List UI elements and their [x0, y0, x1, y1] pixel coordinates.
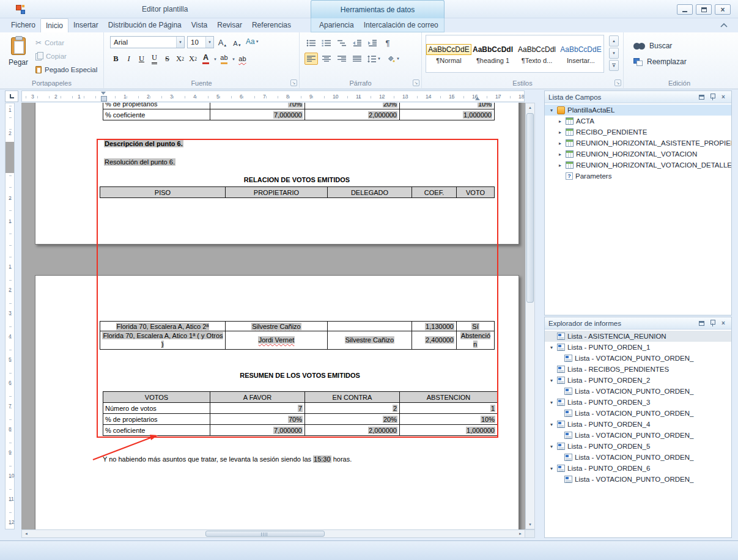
tree-item-table[interactable]: ▸REUNION_HORIZONTAL_VOTACION — [545, 149, 731, 160]
merge-field[interactable]: Silvestre Cañizo — [251, 323, 301, 330]
font-color-button[interactable]: A — [200, 53, 212, 65]
tab-revisar[interactable]: Revisar — [212, 18, 247, 32]
tree-item-list-child[interactable]: Lista - VOTACION_PUNTO_ORDEN_ — [545, 353, 731, 364]
scroll-down-icon[interactable]: ▼ — [526, 520, 534, 529]
styles-dialog-launcher[interactable]: ↘ — [614, 79, 621, 86]
multilevel-list-button[interactable] — [335, 37, 349, 49]
align-left-button[interactable] — [304, 53, 318, 65]
chevron-down-icon[interactable]: ▼ — [232, 57, 235, 61]
tree-item-list-child[interactable]: Lista - VOTACION_PUNTO_ORDEN_ — [545, 408, 731, 419]
tab-fichero[interactable]: Fichero — [6, 18, 40, 32]
style-card-texto[interactable]: AaBbCcDdl¶Texto d... — [515, 44, 558, 64]
tree-item-list[interactable]: ▾Lista - PUNTO_ORDEN_2 — [545, 375, 731, 386]
float-panel-button[interactable] — [697, 93, 706, 101]
merge-field[interactable]: 1 — [490, 405, 495, 412]
grow-font-button[interactable]: A▲ — [216, 36, 229, 48]
merge-field[interactable]: 7,000000 — [273, 427, 303, 434]
pin-panel-button[interactable] — [708, 319, 717, 327]
tab-apariencia[interactable]: Apariencia — [314, 18, 359, 32]
restore-button[interactable] — [696, 4, 712, 15]
shrink-font-button[interactable]: A▼ — [231, 36, 243, 48]
tree-item-list-child[interactable]: Lista - VOTACION_PUNTO_ORDEN_ — [545, 430, 731, 441]
chevron-down-icon[interactable]: ▾ — [548, 466, 555, 471]
scroll-right-icon[interactable]: ► — [516, 530, 525, 537]
replace-button[interactable]: Reemplazar — [633, 56, 687, 68]
merge-field[interactable]: Florida 70, Escalera A, Atico 2ª — [116, 323, 210, 330]
pin-panel-button[interactable] — [708, 93, 717, 101]
merge-field[interactable]: 1,000000 — [466, 427, 495, 434]
chevron-down-icon[interactable]: ▾ — [548, 345, 555, 350]
tree-item-parameters[interactable]: ?Parameters — [545, 171, 731, 182]
horizontal-scroll-thumb[interactable] — [205, 531, 325, 537]
double-underline-button[interactable]: U — [149, 53, 160, 65]
superscript-button[interactable]: X2 — [174, 53, 186, 65]
tree-item-list[interactable]: Lista - ASISTENCIA_REUNION — [545, 331, 731, 342]
merge-field[interactable]: 20% — [383, 416, 397, 423]
style-card-insertar[interactable]: AaBbCcDdEInsertar... — [559, 44, 602, 64]
subscript-button[interactable]: X2 — [187, 53, 199, 65]
merge-field[interactable]: 1,130000 — [425, 323, 454, 330]
merge-field[interactable]: 7,000000 — [273, 111, 303, 119]
tree-item-table[interactable]: ▸REUNION_HORIZONTAL_VOTACION_DETALLE — [545, 160, 731, 171]
line-spacing-button[interactable]: ▼ — [366, 53, 383, 65]
merge-field[interactable]: Silvestre Cañizo — [345, 336, 394, 344]
gallery-up-button[interactable]: ▲ — [609, 35, 619, 46]
horizontal-scrollbar[interactable]: ◄ ► — [21, 529, 525, 538]
clear-formatting-button[interactable]: ab — [237, 53, 248, 65]
strikethrough-button[interactable]: S — [161, 53, 173, 65]
show-marks-button[interactable]: ¶ — [381, 37, 394, 49]
chevron-right-icon[interactable]: ▸ — [557, 141, 563, 146]
vertical-ruler[interactable]: 1221123456789101112 — [5, 103, 15, 529]
chevron-down-icon[interactable]: ▾ — [548, 400, 555, 405]
tree-item-table[interactable]: ▸ACTA — [545, 116, 731, 127]
merge-field[interactable]: 2,400000 — [425, 336, 454, 344]
bullet-list-button[interactable] — [304, 37, 318, 49]
style-card-heading1[interactable]: AaBbCcDdl¶heading 1 — [471, 44, 514, 64]
tree-item-list[interactable]: ▾Lista - PUNTO_ORDEN_4 — [545, 419, 731, 430]
italic-button[interactable]: I — [123, 53, 135, 65]
chevron-down-icon[interactable]: ▾ — [548, 444, 555, 449]
style-card-normal[interactable]: AaBbCcDdE¶Normal — [427, 44, 470, 64]
tab-insertar[interactable]: Insertar — [68, 18, 103, 32]
decrease-indent-button[interactable] — [350, 37, 364, 49]
merge-field[interactable]: 10% — [481, 416, 495, 423]
close-button[interactable]: × — [715, 4, 731, 15]
merge-field[interactable]: 2 — [393, 405, 397, 412]
tree-item-table[interactable]: ▸RECIBO_PENDIENTE — [545, 127, 731, 138]
tab-stop-selector[interactable] — [5, 90, 18, 102]
tab-intercalacion[interactable]: Intercalación de correo — [359, 18, 443, 32]
tree-item-table[interactable]: ▸REUNION_HORIZONTAL_ASISTENTE_PROPIEDAD — [545, 138, 731, 149]
copy-button[interactable]: Copiar — [35, 50, 97, 62]
gallery-more-button[interactable]: ▼ — [609, 60, 619, 71]
time-field[interactable]: 15:30 — [313, 455, 331, 463]
collapse-ribbon-icon[interactable] — [720, 22, 728, 29]
horizontal-ruler[interactable]: 321123456789101112131415161718 — [21, 90, 525, 102]
increase-indent-button[interactable] — [366, 37, 379, 49]
tree-item-list[interactable]: ▾Lista - PUNTO_ORDEN_3 — [545, 397, 731, 408]
cut-button[interactable]: ✂Cortar — [35, 37, 97, 48]
close-panel-button[interactable]: × — [719, 319, 728, 327]
merge-field[interactable]: 1,000000 — [463, 111, 492, 119]
font-size-select[interactable]: 10▼ — [187, 36, 214, 48]
find-button[interactable]: Buscar — [633, 40, 672, 52]
tree-item-root[interactable]: ▾PlantillaActaEL — [545, 105, 731, 116]
chevron-down-icon[interactable]: ▾ — [548, 378, 555, 383]
merge-field[interactable]: 10% — [478, 103, 492, 108]
align-right-button[interactable] — [335, 53, 349, 65]
justify-button[interactable] — [350, 53, 364, 65]
merge-field[interactable]: Jordi Vernet — [258, 336, 295, 344]
chevron-right-icon[interactable]: ▸ — [557, 152, 563, 157]
tree-item-list[interactable]: Lista - RECIBOS_PENDIENTES — [545, 364, 731, 375]
tree-item-list[interactable]: ▾Lista - PUNTO_ORDEN_1 — [545, 342, 731, 353]
merge-field[interactable]: 70% — [288, 103, 303, 108]
tab-inicio[interactable]: Inicio — [40, 18, 68, 32]
close-panel-button[interactable]: × — [719, 93, 728, 101]
underline-button[interactable]: U — [136, 53, 147, 65]
text-highlight-button[interactable]: ab — [218, 53, 230, 65]
merge-field[interactable]: Abstención — [460, 332, 490, 348]
tree-item-list[interactable]: ▾Lista - PUNTO_ORDEN_5 — [545, 441, 731, 452]
minimize-button[interactable] — [677, 4, 693, 15]
font-family-select[interactable]: Arial▼ — [110, 36, 185, 48]
chevron-down-icon[interactable]: ▾ — [548, 422, 555, 427]
chevron-right-icon[interactable]: ▸ — [557, 119, 563, 124]
